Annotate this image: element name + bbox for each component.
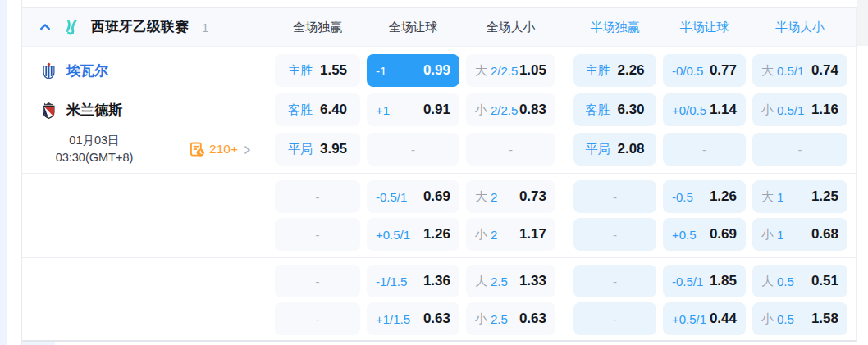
odds-label: +1 [376,103,390,117]
odds-value: 0.73 [519,188,546,205]
odds-label: +0.5/1 [376,228,410,242]
empty-odds-dash: - [613,228,617,242]
odds-line: +0.5/1 [376,228,410,242]
more-markets-link[interactable]: 210+ [190,142,252,157]
markets-icon [190,142,205,157]
odds-cell[interactable]: 平局3.95 [275,133,360,166]
empty-odds-dash: - [702,143,706,157]
odds-line: +1 [376,103,390,117]
odds-value: 6.40 [320,102,347,118]
odds-line: 1 [777,190,783,204]
odds-cell[interactable]: 大11.25 [752,180,847,213]
odds-cell[interactable]: 小2.50.63 [466,302,555,335]
odds-cell[interactable]: +0.5/11.26 [367,218,459,251]
odds-value: 0.63 [519,311,546,327]
odds-cell[interactable]: 大2.51.33 [466,265,555,297]
odds-value: 0.83 [519,102,546,118]
odds-line: 平局 [288,142,313,157]
odds-cell[interactable]: -1/1.51.36 [367,265,459,297]
odds-cell[interactable]: 小21.17 [466,218,555,251]
odds-label: 大2.5 [475,274,508,289]
odds-prefix: 大 [761,189,774,205]
odds-line: -0.5/1 [376,190,407,204]
odds-cell[interactable]: +1/1.50.63 [367,302,459,335]
odds-line: +0.5 [672,228,697,242]
odds-cell[interactable]: -10.99 [367,54,459,87]
odds-cell[interactable]: 客胜6.30 [573,93,656,126]
away-team[interactable]: 米兰德斯 [22,90,268,129]
odds-label: +0.5/1 [672,312,706,326]
odds-line: 主胜 [288,63,313,79]
odds-line: 客胜 [585,102,610,118]
home-team-crest-icon [42,62,56,79]
odds-prefix: 小 [761,227,774,243]
odds-line: -1 [376,64,386,78]
odds-value: 0.69 [423,188,450,205]
odds-label: 小2.5 [475,311,508,327]
odds-value: 0.74 [811,62,838,79]
odds-line: 2 [491,228,497,242]
odds-label: 大2 [475,189,497,205]
markets-count: 210+ [209,142,238,157]
odds-row: 01月03日 03:30(GMT+8) 210+ 平局3.95--平局2.08-… [22,129,856,169]
home-team[interactable]: 埃瓦尔 [22,51,268,90]
empty-odds-dash: - [316,190,320,204]
odds-cell[interactable]: +10.91 [367,93,459,126]
odds-value: 2.08 [617,141,644,157]
odds-value: 1.26 [423,226,450,243]
odds-cell[interactable]: 小0.51.58 [752,302,847,335]
odds-line: -0.5/1 [672,275,703,288]
odds-cell[interactable]: 大0.5/10.74 [752,54,847,87]
odds-line: 0.5/1 [777,64,804,78]
odds-cell[interactable]: +0/0.51.14 [663,93,746,126]
odds-line: 2 [491,190,497,204]
odds-value: 2.26 [617,62,644,79]
odds-cell[interactable]: 平局2.08 [573,133,656,166]
odds-cell[interactable]: +0.50.69 [663,218,746,251]
odds-cell: - [663,133,746,166]
chevron-right-icon [242,145,252,155]
odds-label: 客胜 [585,102,610,118]
odds-value: 1.55 [320,62,347,79]
odds-cell[interactable]: 小10.68 [752,218,847,251]
odds-cell[interactable]: -0.5/11.85 [663,265,746,297]
odds-value: 0.99 [423,62,450,79]
league-header-row: 西班牙乙级联赛 1 全场独赢 全场让球 全场大小 半场独赢 半场让球 半场大小 [22,8,856,47]
odds-cell[interactable]: -0/0.50.77 [663,54,746,87]
odds-label: 主胜 [585,63,610,79]
empty-odds-dash: - [316,275,320,288]
odds-value: 0.63 [423,311,450,327]
league-odds-panel: 西班牙乙级联赛 1 全场独赢 全场让球 全场大小 半场独赢 半场让球 半场大小 … [22,7,857,342]
collapse-chevron-icon[interactable] [39,20,52,34]
odds-value: 0.68 [811,226,838,243]
odds-line: 主胜 [585,63,610,79]
odds-cell[interactable]: -0.5/10.69 [367,180,459,213]
odds-cell: - [573,265,656,297]
odds-value: 1.36 [423,273,450,289]
odds-cell[interactable]: 主胜1.55 [275,54,360,87]
odds-prefix: 大 [761,274,774,289]
odds-line: -0/0.5 [672,64,703,78]
odds-row: -+0.5/11.26小21.17-+0.50.69小10.68 [22,216,856,253]
odds-cell[interactable]: 小0.5/11.16 [752,93,847,126]
odds-cell[interactable]: +0.5/10.44 [663,302,746,335]
odds-label: -0.5/1 [376,190,407,204]
odds-label: +0.5 [672,228,697,242]
odds-label: 平局 [288,142,313,157]
odds-cell[interactable]: 大20.73 [466,180,555,213]
odds-cell[interactable]: 主胜2.26 [573,54,656,87]
odds-line: 2.5 [491,275,508,288]
bottom-left-accent [22,342,55,345]
odds-value: 1.17 [519,226,546,243]
odds-cell[interactable]: 小2/2.50.83 [466,93,555,126]
odds-value: 0.69 [710,226,737,243]
odds-label: 小0.5/1 [761,102,804,118]
odds-prefix: 小 [475,102,487,118]
odds-cell[interactable]: 大0.50.51 [752,265,847,297]
odds-label: 小2 [475,227,497,243]
odds-value: 1.33 [519,273,546,289]
odds-cell[interactable]: 大2/2.51.05 [466,54,555,87]
empty-left-cell [22,216,268,253]
odds-cell[interactable]: -0.51.26 [663,180,746,213]
odds-cell[interactable]: 客胜6.40 [275,93,360,126]
